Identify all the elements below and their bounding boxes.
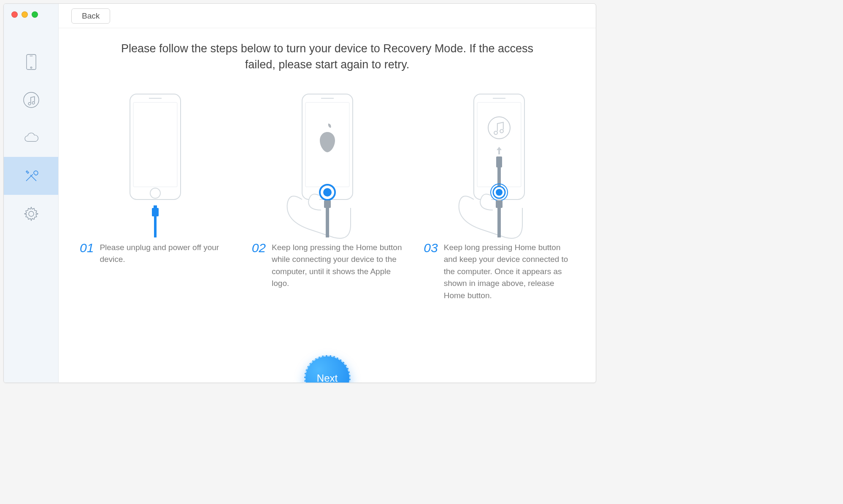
svg-rect-24 — [497, 167, 501, 186]
svg-rect-18 — [326, 208, 329, 237]
maximize-icon[interactable] — [32, 11, 38, 18]
minimize-icon[interactable] — [22, 11, 28, 18]
step-1: 01 Please unplug and power off your devi… — [76, 90, 235, 302]
svg-point-3 — [24, 92, 39, 108]
phone-icon — [23, 54, 40, 70]
sidebar-item-settings[interactable] — [4, 195, 58, 233]
step-1-illustration — [76, 90, 235, 242]
gear-icon — [23, 205, 40, 222]
svg-rect-10 — [154, 205, 157, 209]
app-window: Back Please follow the steps below to tu… — [3, 3, 596, 383]
step-3-illustration — [419, 90, 579, 242]
window-controls — [4, 11, 38, 18]
svg-rect-6 — [133, 102, 177, 187]
svg-rect-0 — [26, 54, 35, 70]
svg-rect-11 — [154, 216, 157, 237]
step-3-text: Keep long pressing Home button and keep … — [444, 242, 575, 302]
sidebar-item-device[interactable] — [4, 43, 58, 81]
step-2-illustration — [248, 90, 407, 242]
tools-icon — [23, 167, 40, 184]
sidebar-item-icloud[interactable] — [4, 119, 58, 157]
step-3-caption: 03 Keep long pressing Home button and ke… — [419, 242, 579, 302]
svg-point-16 — [323, 188, 332, 197]
instruction-title: Please follow the steps below to turn yo… — [121, 41, 534, 73]
back-button[interactable]: Back — [71, 8, 110, 24]
sidebar-item-tools[interactable] — [4, 157, 58, 195]
step-3: 03 Keep long pressing Home button and ke… — [419, 90, 579, 302]
toolbar: Back — [59, 4, 596, 28]
music-note-icon — [23, 92, 40, 108]
step-3-number: 03 — [424, 242, 438, 254]
main-content: Back Please follow the steps below to tu… — [59, 4, 596, 383]
close-icon[interactable] — [11, 11, 18, 18]
step-2-text: Keep long pressing the Home button while… — [272, 242, 403, 290]
svg-rect-9 — [152, 208, 159, 216]
next-button[interactable]: Next — [304, 355, 351, 383]
svg-point-1 — [30, 67, 32, 69]
svg-point-22 — [488, 117, 510, 139]
sidebar — [4, 4, 59, 383]
svg-rect-5 — [130, 94, 181, 199]
sidebar-item-itunes[interactable] — [4, 81, 58, 119]
phone-apple-press-icon — [273, 90, 382, 242]
svg-rect-28 — [496, 200, 503, 208]
svg-rect-23 — [496, 156, 502, 167]
steps-row: 01 Please unplug and power off your devi… — [76, 90, 579, 302]
content-area: Please follow the steps below to turn yo… — [59, 28, 596, 383]
svg-rect-29 — [497, 208, 501, 237]
phone-unplug-icon — [113, 90, 197, 242]
step-1-number: 01 — [80, 242, 94, 254]
cloud-icon — [23, 129, 40, 146]
svg-point-7 — [150, 188, 160, 198]
step-2-caption: 02 Keep long pressing the Home button wh… — [248, 242, 407, 290]
step-1-text: Please unplug and power off your device. — [100, 242, 230, 266]
step-1-caption: 01 Please unplug and power off your devi… — [76, 242, 235, 266]
svg-point-4 — [29, 211, 34, 216]
step-2-number: 02 — [252, 242, 266, 254]
phone-itunes-press-icon — [444, 90, 554, 242]
step-2: 02 Keep long pressing the Home button wh… — [248, 90, 407, 302]
svg-point-27 — [496, 189, 503, 196]
svg-rect-17 — [324, 200, 331, 208]
